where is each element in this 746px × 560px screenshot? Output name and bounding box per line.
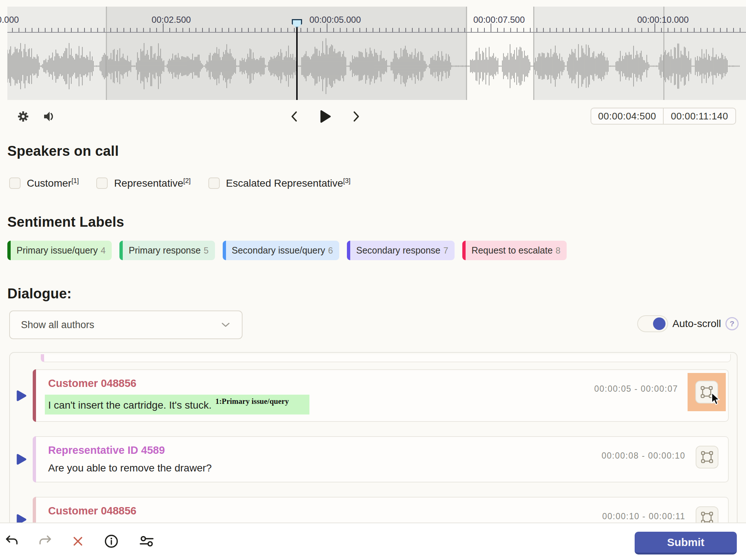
redo-icon[interactable] <box>39 535 52 549</box>
chip-hotkey: 8 <box>556 245 567 256</box>
speaker-option-escalated-representative[interactable]: Escalated Representative[3] <box>208 177 351 189</box>
chip-label: Request to escalate <box>466 245 556 256</box>
sentiment-chip[interactable]: Secondary issue/query 6 <box>223 241 340 260</box>
speaker-label: Customer <box>27 177 71 189</box>
speaker-option-representative[interactable]: Representative[2] <box>96 177 190 189</box>
author-filter-select[interactable]: Show all authors <box>9 310 243 339</box>
dialogue-row-partial <box>41 354 731 362</box>
play-icon[interactable] <box>319 110 331 125</box>
speaker-accent-bar <box>33 497 36 523</box>
checkbox-representative[interactable] <box>96 177 108 189</box>
current-time-field[interactable]: 00:00:04:500 <box>591 108 664 124</box>
checkbox-escalated-representative[interactable] <box>208 177 220 189</box>
autoscroll-label: Auto-scroll <box>673 318 721 330</box>
undo-icon[interactable] <box>5 535 18 549</box>
playhead[interactable] <box>296 24 298 100</box>
annotation-app: 00:00.000 00:02.500 00:00:05.000 00:00:0… <box>0 0 746 560</box>
speaker-label: Representative <box>114 177 183 189</box>
dialogue-row: Customer 048856 There is a tab on the si… <box>10 497 737 523</box>
dialogue-time: 00:00:08 - 00:00:10 <box>602 451 685 461</box>
waveform-panel[interactable]: 00:00.000 00:02.500 00:00:05.000 00:00:0… <box>7 7 746 100</box>
dialogue-card[interactable]: Customer 048856 I can't insert the cartr… <box>33 369 729 422</box>
chip-hotkey: 6 <box>328 245 339 256</box>
dialogue-row: Customer 048856 I can't insert the cartr… <box>10 369 737 422</box>
dialogue-list[interactable]: Customer 048856 I can't insert the cartr… <box>9 352 738 523</box>
speaker-accent-bar <box>33 369 36 422</box>
dialogue-row: Representative ID 4589 Are you able to r… <box>10 436 737 482</box>
speaker-hotkey: [3] <box>343 177 351 184</box>
chip-color-bar <box>7 241 11 260</box>
sentiment-chip[interactable]: Primary response 5 <box>119 241 215 260</box>
time-display: 00:00:04:500 00:00:11:140 <box>591 108 736 125</box>
checkbox-customer[interactable] <box>9 177 21 189</box>
chip-color-bar <box>462 241 466 260</box>
chip-label: Primary issue/query <box>11 245 101 256</box>
chip-hotkey: 4 <box>101 245 112 256</box>
select-region-wrap <box>695 506 719 523</box>
chip-label: Secondary issue/query <box>226 245 328 256</box>
dialogue-card[interactable]: Customer 048856 There is a tab on the si… <box>33 497 729 523</box>
next-segment-icon[interactable] <box>351 110 362 124</box>
speaker-accent-bar <box>33 436 36 482</box>
select-region-icon[interactable] <box>696 446 718 469</box>
sentiment-chip[interactable]: Request to escalate 8 <box>462 241 567 260</box>
help-icon[interactable]: ? <box>725 317 739 330</box>
speaker-option-customer[interactable]: Customer[1] <box>9 177 79 189</box>
ruler-label: 00:02.500 <box>152 15 191 25</box>
chip-label: Secondary response <box>350 245 443 256</box>
row-play-icon[interactable] <box>10 514 33 523</box>
delete-icon[interactable] <box>72 535 84 548</box>
volume-icon[interactable] <box>43 110 55 124</box>
info-icon[interactable] <box>104 534 119 550</box>
sentiment-tag: 1:Primary issue/query <box>215 397 289 406</box>
transport-bar: 00:00:04:500 00:00:11:140 <box>0 104 746 129</box>
dialogue-text: Are you able to remove the drawer? <box>48 462 212 475</box>
chip-color-bar <box>223 241 226 260</box>
sentiment-chip[interactable]: Secondary response 7 <box>347 241 455 260</box>
chip-color-bar <box>119 241 123 260</box>
chip-color-bar <box>347 241 350 260</box>
speakers-row: Customer[1] Representative[2] Escalated … <box>9 177 351 189</box>
chip-hotkey: 5 <box>204 245 215 256</box>
ruler-label: 00:00:05.000 <box>309 15 361 25</box>
dialogue-text: I can't insert the cartridge. It's stuck… <box>45 395 309 414</box>
dialogue-title: Dialogue: <box>7 286 72 302</box>
author-filter-value: Show all authors <box>21 319 94 331</box>
sentiment-title: Sentiment Labels <box>7 214 124 230</box>
select-region-wrap <box>688 373 726 411</box>
footer-toolbar: Submit <box>0 523 746 560</box>
mouse-cursor <box>711 393 721 405</box>
select-region-wrap <box>695 445 719 469</box>
ruler-label: 00:00:07.500 <box>473 15 525 25</box>
chip-label: Primary response <box>123 245 204 256</box>
speaker-hotkey: [1] <box>71 177 79 184</box>
toggle-knob <box>653 317 666 330</box>
dialogue-card[interactable]: Representative ID 4589 Are you able to r… <box>33 436 729 482</box>
options-sliders-icon[interactable] <box>139 534 154 549</box>
dialogue-time: 00:00:10 - 00:00:11 <box>602 511 685 521</box>
dialogue-time: 00:00:05 - 00:00:07 <box>594 384 678 394</box>
ruler-label: 00:00.000 <box>0 15 19 25</box>
speakers-title: Speakers on call <box>7 143 119 159</box>
autoscroll-toggle[interactable] <box>637 315 668 332</box>
autoscroll-control: Auto-scroll ? <box>637 315 739 332</box>
speaker-hotkey: [2] <box>183 177 191 184</box>
total-time-field[interactable]: 00:00:11:140 <box>664 108 735 124</box>
chip-hotkey: 7 <box>444 245 455 256</box>
settings-gear-icon[interactable] <box>16 110 30 125</box>
previous-segment-icon[interactable] <box>289 110 300 124</box>
timeline-ruler: 00:00.000 00:02.500 00:00:05.000 00:00:0… <box>7 15 746 26</box>
speaker-label: Escalated Representative <box>226 177 343 189</box>
chevron-down-icon <box>221 322 230 327</box>
row-play-icon[interactable] <box>10 390 33 401</box>
row-play-icon[interactable] <box>10 454 33 465</box>
ruler-label: 00:00:10.000 <box>637 15 689 25</box>
sentiment-chip[interactable]: Primary issue/query 4 <box>7 241 112 260</box>
select-region-icon[interactable] <box>696 506 718 523</box>
sentiment-chips: Primary issue/query 4 Primary response 5… <box>7 241 567 260</box>
submit-button[interactable]: Submit <box>635 532 737 554</box>
